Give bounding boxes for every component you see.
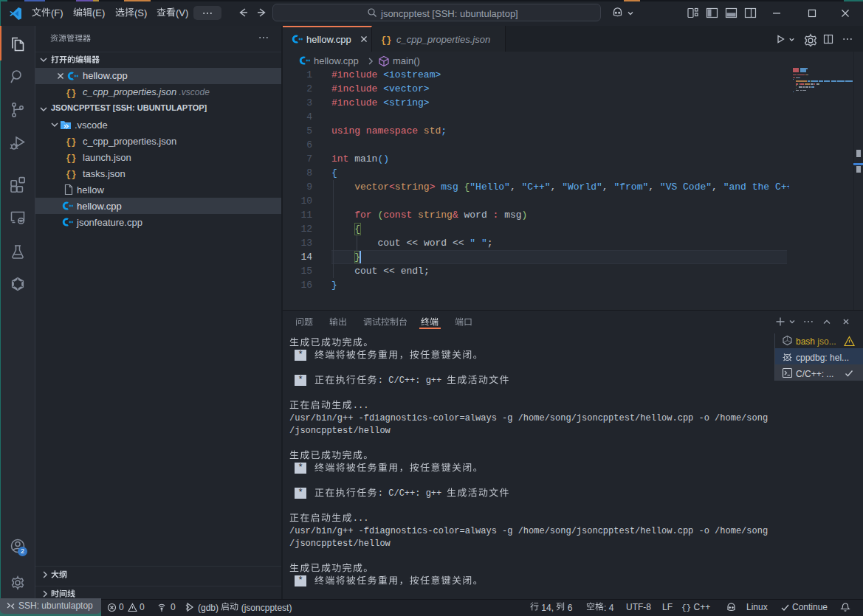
svg-text:{}: {} xyxy=(66,170,76,180)
svg-text:{}: {} xyxy=(66,89,76,99)
svg-text:{}: {} xyxy=(66,153,76,164)
svg-text:{}: {} xyxy=(381,35,391,46)
svg-text:{}: {} xyxy=(66,137,76,148)
